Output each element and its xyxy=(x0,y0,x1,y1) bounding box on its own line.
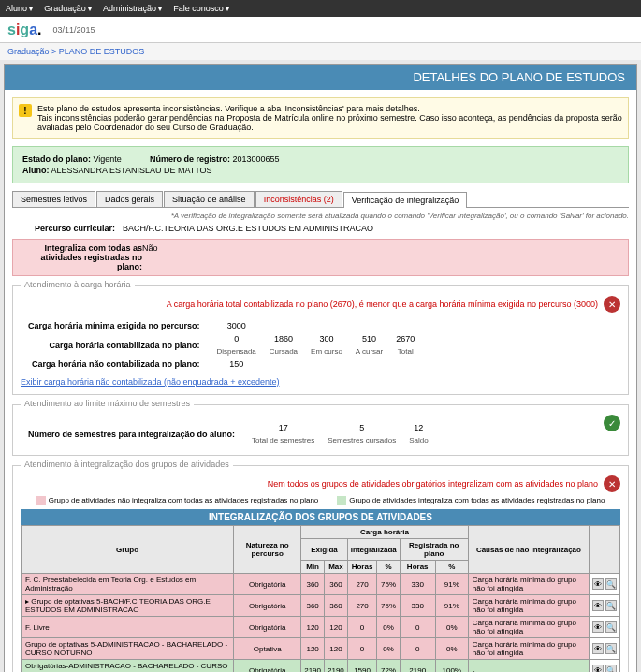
cell-natureza: Obrigatória xyxy=(234,617,301,638)
error-icon: ✕ xyxy=(604,475,620,492)
cell-rh: 0 xyxy=(400,638,435,660)
cell-ih: 270 xyxy=(347,595,376,617)
legend-green: Grupo de atividades integraliza com toda… xyxy=(349,496,605,504)
cell-ip: 0% xyxy=(377,638,400,660)
tab-situacao[interactable]: Situação de análise xyxy=(164,191,255,207)
cell-ih: 0 xyxy=(347,638,376,660)
warning-icon: ! xyxy=(19,104,32,117)
show-ch-link[interactable]: Exibir carga horária não contabilizada (… xyxy=(21,377,279,387)
sem-cursados: 5 xyxy=(322,422,401,433)
cell-ip: 75% xyxy=(377,574,400,595)
cell-rh: 330 xyxy=(400,595,435,617)
main-panel: DETALHES DO PLANO DE ESTUDOS ! Este plan… xyxy=(4,64,637,672)
cell-min: 120 xyxy=(301,638,325,660)
search-icon[interactable]: 🔍 xyxy=(605,643,617,654)
ch-sub-total: Total xyxy=(390,346,420,357)
breadcrumb-root[interactable]: Graduação xyxy=(7,47,50,56)
breadcrumb: Graduação > PLANO DE ESTUDOS xyxy=(0,43,641,60)
th-ih: Horas xyxy=(347,561,376,574)
registro-value: 2013000655 xyxy=(232,154,279,164)
cell-natureza: Obrigatória xyxy=(234,574,301,595)
fs3-legend: Atendimento à integralização dos grupos … xyxy=(21,460,233,469)
fieldset-carga-horaria: Atendimento à carga horária A carga horá… xyxy=(12,285,629,395)
search-icon[interactable]: 🔍 xyxy=(605,578,617,590)
cell-max: 120 xyxy=(325,617,348,638)
cell-rp: 0% xyxy=(435,617,468,638)
estado-value: Vigente xyxy=(94,154,122,164)
cell-causa: - xyxy=(468,660,589,673)
cell-natureza: Obrigatória xyxy=(234,595,301,617)
expand-icon[interactable]: ▸ xyxy=(25,597,29,606)
ch-min-label: Carga horária mínima exigida no percurso… xyxy=(22,320,210,331)
sem-sub-saldo: Saldo xyxy=(403,435,433,446)
ch-nao-value: 150 xyxy=(211,358,262,370)
sem-sub-cursados: Semestres cursados xyxy=(322,435,401,446)
header-date: 03/11/2015 xyxy=(53,25,95,35)
cell-rh: 330 xyxy=(400,574,435,595)
th-rp: % xyxy=(435,561,468,574)
cell-max: 360 xyxy=(325,595,348,617)
menu-graduacao[interactable]: Graduação xyxy=(44,4,92,13)
warning-box: ! Este plano de estudos apresenta incons… xyxy=(12,97,629,139)
cell-max: 2190 xyxy=(325,660,348,673)
menu-fale-conosco[interactable]: Fale conosco xyxy=(173,4,229,13)
sem-sub-total: Total de semestres xyxy=(246,435,320,446)
cell-min: 120 xyxy=(301,617,325,638)
table-row: F. LivreObrigatória12012000%00%Carga hor… xyxy=(22,617,620,638)
cell-min: 360 xyxy=(301,574,325,595)
legend-swatch-green xyxy=(337,496,346,505)
cell-grupo: F. C. Preestabelecida em Teoria Org. e E… xyxy=(22,574,234,595)
aluno-value: ALESSANDRA ESTANISLAU DE MATTOS xyxy=(51,166,212,175)
cell-grupo: F. Livre xyxy=(22,617,234,638)
tab-dados[interactable]: Dados gerais xyxy=(96,191,163,207)
menu-administracao[interactable]: Administração xyxy=(103,4,162,13)
sem-label: Número de semestres para integralização … xyxy=(22,422,244,446)
ch-sub-dispensada: Dispensada xyxy=(211,346,262,357)
estado-label: Estado do plano: xyxy=(22,154,91,164)
th-natureza: Natureza no percurso xyxy=(234,526,301,574)
view-icon[interactable]: 👁 xyxy=(592,643,604,654)
cell-rh: 2190 xyxy=(400,660,435,673)
tab-inconsistencias[interactable]: Inconsistências (2) xyxy=(255,191,342,207)
table-row: F. C. Preestabelecida em Teoria Org. e E… xyxy=(22,574,620,595)
sem-saldo: 12 xyxy=(403,422,433,433)
th-rh: Horas xyxy=(400,561,435,574)
cell-ip: 75% xyxy=(377,595,400,617)
ch-sub-emcurso: Em curso xyxy=(305,346,348,357)
view-icon[interactable]: 👁 xyxy=(592,665,604,672)
cell-ip: 0% xyxy=(377,617,400,638)
cell-grupo: ▸ Grupo de optativas 5-BACH/F.C.TEORIA D… xyxy=(22,595,234,617)
view-icon[interactable]: 👁 xyxy=(592,621,604,633)
groups-table: Grupo Natureza no percurso Carga horária… xyxy=(21,525,620,672)
view-icon[interactable]: 👁 xyxy=(592,578,604,590)
tab-semestres[interactable]: Semestres letivos xyxy=(12,191,95,207)
verify-note: *A verificação de integralização somente… xyxy=(12,212,629,220)
page-title: DETALHES DO PLANO DE ESTUDOS xyxy=(5,65,636,90)
cell-min: 360 xyxy=(301,595,325,617)
cell-rp: 91% xyxy=(435,574,468,595)
cell-grupo: Obrigatórias-ADMINISTRACAO - BACHARELADO… xyxy=(22,660,234,673)
ch-acursar: 510 xyxy=(350,333,388,344)
cell-rp: 0% xyxy=(435,638,468,660)
search-icon[interactable]: 🔍 xyxy=(605,621,617,633)
cell-causa: Carga horária mínima do grupo não foi at… xyxy=(468,638,589,660)
header: siga. 03/11/2015 xyxy=(0,17,641,43)
view-icon[interactable]: 👁 xyxy=(592,600,604,611)
cell-ih: 1590 xyxy=(347,660,376,673)
search-icon[interactable]: 🔍 xyxy=(605,665,617,672)
logo: siga. xyxy=(7,22,42,38)
breadcrumb-page[interactable]: PLANO DE ESTUDOS xyxy=(59,47,145,56)
cell-ih: 0 xyxy=(347,617,376,638)
tab-verificacao[interactable]: Verificação de integralização xyxy=(343,192,468,208)
registro-label: Número de registro: xyxy=(150,154,230,164)
th-causas: Causas de não integralização xyxy=(468,526,589,574)
int-title: INTEGRALIZAÇÃO DOS GRUPOS DE ATIVIDADES xyxy=(21,509,620,525)
menu-aluno[interactable]: Aluno xyxy=(6,4,33,13)
search-icon[interactable]: 🔍 xyxy=(605,600,617,611)
ch-dispensada: 0 xyxy=(211,333,262,344)
th-integralizada: Integralizada xyxy=(347,539,400,561)
cell-ih: 270 xyxy=(347,574,376,595)
percurso-value: BACH/F.C.TEORIA DAS ORG.E ESTUDOS EM ADM… xyxy=(123,224,373,233)
integraliza-label: Integraliza com todas as atividades regi… xyxy=(21,243,142,271)
cell-rh: 0 xyxy=(400,617,435,638)
